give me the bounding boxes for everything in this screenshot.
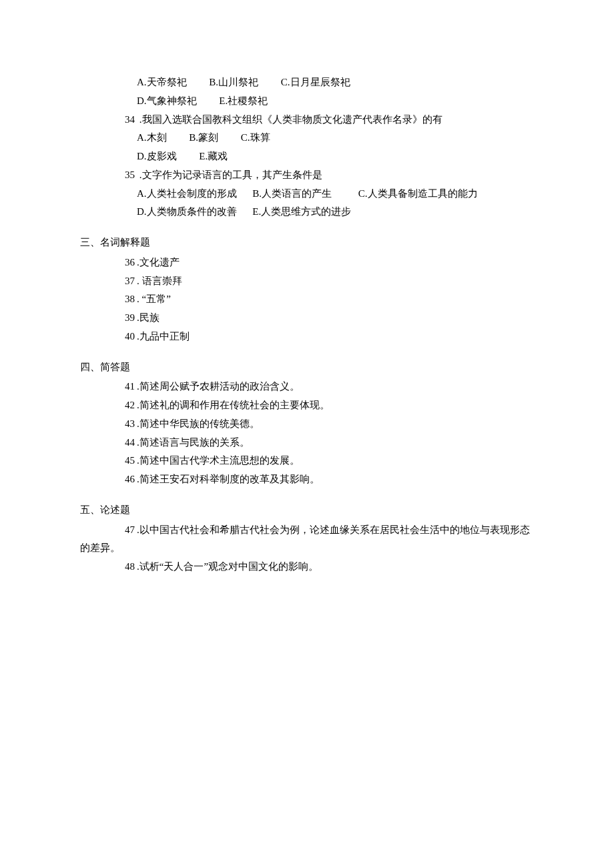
item-text: .试析“天人合一”观念对中国文化的影响。 [135,561,318,572]
list-item: 44.简述语言与民族的关系。 [80,434,534,452]
option-b: B.山川祭祀 [209,77,258,87]
q35-text: .文字作为记录语言的工具，其产生条件是 [137,169,322,180]
item-num: 46 [80,470,135,489]
option-e: E.人类思维方式的进步 [252,206,351,217]
item-text: .民族 [135,312,160,323]
item-num: 42 [80,396,135,415]
item-text: .简述中国古代学术主流思想的发展。 [135,455,300,466]
option-d: D.皮影戏 [137,151,177,161]
q35-options-row2: D.人类物质条件的改善 E.人类思维方式的进步 [80,203,534,222]
option-e: E.藏戏 [199,151,228,161]
section4-heading: 四、简答题 [80,346,534,378]
list-item: 42.简述礼的调和作用在传统社会的主要体现。 [80,396,534,415]
section3-heading: 三、名词解释题 [80,222,534,254]
q34-options-row1: A.木刻 B.篆刻 C.珠算 [80,129,534,147]
q33-options-row2: D.气象神祭祀 E.社稷祭祀 [80,92,534,111]
option-d: D.气象神祭祀 [137,95,197,106]
item-num: 36 [80,254,135,272]
list-item: 48.试析“天人合一”观念对中国文化的影响。 [80,558,534,576]
list-item: 43.简述中华民族的传统美德。 [80,415,534,434]
q35-options-row1: A.人类社会制度的形成 B.人类语言的产生 C.人类具备制造工具的能力 [80,185,534,203]
item-text: .简述中华民族的传统美德。 [135,418,260,429]
item-num: 47 [80,521,135,540]
section5-heading: 五、论述题 [80,489,534,521]
item-text: . “五常” [135,294,171,304]
item-text: .简述语言与民族的关系。 [135,437,250,448]
item-num: 44 [80,434,135,452]
document-page: A.天帝祭祀 B.山川祭祀 C.日月星辰祭祀 D.气象神祭祀 E.社稷祭祀 34… [0,0,614,576]
q34: 34 .我国入选联合国教科文组织《人类非物质文化遗产代表作名录》的有 [80,111,534,129]
item-num: 37 [80,272,135,291]
list-item: 45.简述中国古代学术主流思想的发展。 [80,452,534,470]
option-c: C.人类具备制造工具的能力 [358,188,478,199]
section5-items: 47.以中国古代社会和希腊古代社会为例，论述血缘关系在居民社会生活中的地位与表现… [80,521,534,576]
list-item: 39.民族 [80,309,534,328]
option-a: A.木刻 [137,132,167,143]
q34-options-row2: D.皮影戏 E.藏戏 [80,147,534,166]
q34-num: 34 [108,111,135,129]
list-item: 38. “五常” [80,290,534,309]
section4-items: 41.简述周公赋予农耕活动的政治含义。 42.简述礼的调和作用在传统社会的主要体… [80,378,534,489]
item-text: .九品中正制 [135,331,190,342]
option-e: E.社稷祭祀 [219,95,268,106]
item-num: 45 [80,452,135,470]
list-item: 41.简述周公赋予农耕活动的政治含义。 [80,378,534,396]
list-item: 47.以中国古代社会和希腊古代社会为例，论述血缘关系在居民社会生活中的地位与表现… [80,521,534,558]
option-b: B.人类语言的产生 [252,188,332,199]
item-num: 48 [80,558,135,576]
list-item: 40.九品中正制 [80,328,534,346]
item-num: 40 [80,328,135,346]
list-item: 36.文化遗产 [80,254,534,272]
option-a: A.人类社会制度的形成 [137,188,237,199]
q34-text: .我国入选联合国教科文组织《人类非物质文化遗产代表作名录》的有 [137,114,442,125]
item-num: 39 [80,309,135,328]
item-text: .简述王安石对科举制度的改革及其影响。 [135,474,320,484]
section3-items: 36.文化遗产 37. 语言崇拜 38. “五常” 39.民族 40.九品中正制 [80,254,534,346]
option-c: C.日月星辰祭祀 [281,77,350,87]
item-num: 43 [80,415,135,434]
q35-num: 35 [108,166,135,185]
item-num: 41 [80,378,135,396]
item-text: .文化遗产 [135,257,180,268]
list-item: 46.简述王安石对科举制度的改革及其影响。 [80,470,534,489]
option-d: D.人类物质条件的改善 [137,206,237,217]
list-item: 37. 语言崇拜 [80,272,534,291]
option-a: A.天帝祭祀 [137,77,187,87]
item-num: 38 [80,290,135,309]
item-text: .简述周公赋予农耕活动的政治含义。 [135,381,300,392]
item-text: .简述礼的调和作用在传统社会的主要体现。 [135,400,330,410]
item-text: . 语言崇拜 [135,276,182,286]
item-text: .以中国古代社会和希腊古代社会为例，论述血缘关系在居民社会生活中的地位与表现形态… [80,524,530,554]
q35: 35 .文字作为记录语言的工具，其产生条件是 [80,166,534,185]
option-c: C.珠算 [241,132,270,143]
option-b: B.篆刻 [189,132,218,143]
q33-options-row1: A.天帝祭祀 B.山川祭祀 C.日月星辰祭祀 [80,73,534,92]
